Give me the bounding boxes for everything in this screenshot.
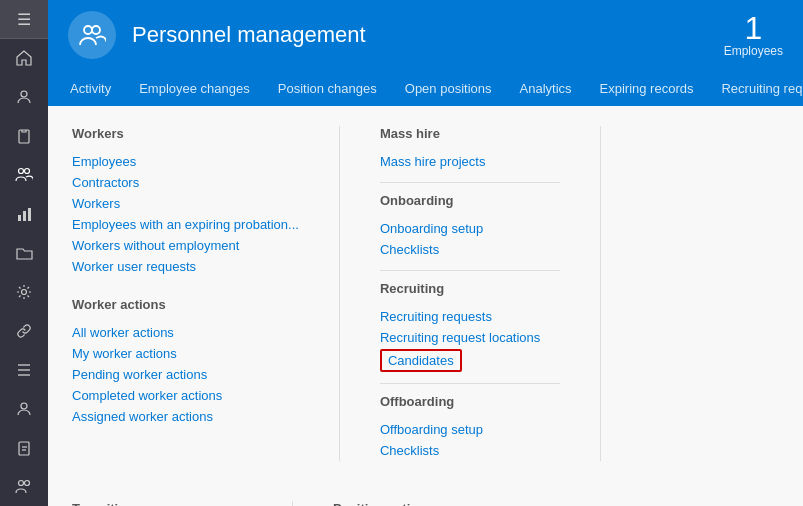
svg-point-17 bbox=[84, 26, 92, 34]
svg-rect-5 bbox=[23, 211, 26, 221]
gear-icon[interactable] bbox=[0, 273, 48, 312]
position-actions-title: Position actions bbox=[333, 501, 513, 506]
header-left: Personnel management bbox=[68, 11, 366, 59]
nav-activity[interactable]: Activity bbox=[58, 75, 123, 102]
links-content: Workers Employees Contractors Workers Em… bbox=[48, 106, 803, 506]
svg-point-16 bbox=[25, 480, 30, 485]
link-icon[interactable] bbox=[0, 311, 48, 350]
link-worker-user-requests[interactable]: Worker user requests bbox=[72, 256, 299, 277]
nav-expiring-records[interactable]: Expiring records bbox=[588, 75, 706, 102]
divider-2 bbox=[600, 126, 601, 461]
svg-point-2 bbox=[19, 169, 24, 174]
employee-count-widget: 1 Employees bbox=[724, 12, 783, 58]
module-icon bbox=[68, 11, 116, 59]
link-recruiting-request-locations[interactable]: Recruiting request locations bbox=[380, 327, 560, 348]
offboarding-title: Offboarding bbox=[380, 394, 560, 409]
link-pending-worker-actions[interactable]: Pending worker actions bbox=[72, 364, 299, 385]
user2-icon[interactable] bbox=[0, 389, 48, 428]
home-icon[interactable] bbox=[0, 39, 48, 78]
link-completed-worker-actions[interactable]: Completed worker actions bbox=[72, 385, 299, 406]
svg-rect-12 bbox=[19, 442, 29, 455]
link-onboarding-checklists[interactable]: Checklists bbox=[380, 239, 560, 260]
svg-rect-4 bbox=[18, 215, 21, 221]
divider-onboarding bbox=[380, 270, 560, 271]
svg-point-0 bbox=[21, 91, 27, 97]
nav-employee-changes[interactable]: Employee changes bbox=[127, 75, 262, 102]
list-icon[interactable] bbox=[0, 350, 48, 389]
svg-point-11 bbox=[21, 403, 27, 409]
link-onboarding-setup[interactable]: Onboarding setup bbox=[380, 218, 560, 239]
link-all-worker-actions[interactable]: All worker actions bbox=[72, 322, 299, 343]
nav-recruiting-requests[interactable]: Recruiting requests bbox=[709, 75, 803, 102]
link-contractors[interactable]: Contractors bbox=[72, 172, 299, 193]
svg-point-3 bbox=[25, 169, 30, 174]
people-icon[interactable] bbox=[0, 156, 48, 195]
link-my-worker-actions[interactable]: My worker actions bbox=[72, 343, 299, 364]
link-workers[interactable]: Workers bbox=[72, 193, 299, 214]
divider-mass-hire bbox=[380, 182, 560, 183]
hiring-column: Mass hire Mass hire projects Onboarding … bbox=[380, 126, 560, 461]
person-icon[interactable] bbox=[0, 78, 48, 117]
divider-3 bbox=[292, 501, 293, 506]
link-workers-no-employment[interactable]: Workers without employment bbox=[72, 235, 299, 256]
clipboard-icon[interactable] bbox=[0, 117, 48, 156]
svg-rect-6 bbox=[28, 208, 31, 221]
link-offboarding-setup[interactable]: Offboarding setup bbox=[380, 419, 560, 440]
link-candidates[interactable]: Candidates bbox=[380, 349, 462, 372]
position-actions-column: Position actions All position actions My… bbox=[333, 501, 513, 506]
nav-analytics[interactable]: Analytics bbox=[508, 75, 584, 102]
link-assigned-worker-actions[interactable]: Assigned worker actions bbox=[72, 406, 299, 427]
link-offboarding-checklists[interactable]: Checklists bbox=[380, 440, 560, 461]
clipboard2-icon[interactable] bbox=[0, 428, 48, 467]
onboarding-title: Onboarding bbox=[380, 193, 560, 208]
svg-point-15 bbox=[19, 480, 24, 485]
main-content: Personnel management 1 Employees Activit… bbox=[48, 0, 803, 506]
workers-section-title: Workers bbox=[72, 126, 299, 141]
svg-point-18 bbox=[92, 26, 100, 34]
nav-position-changes[interactable]: Position changes bbox=[266, 75, 389, 102]
links-grid: Workers Employees Contractors Workers Em… bbox=[72, 126, 779, 506]
people2-icon[interactable] bbox=[0, 467, 48, 506]
workers-column: Workers Employees Contractors Workers Em… bbox=[72, 126, 299, 461]
page-header: Personnel management 1 Employees bbox=[48, 0, 803, 70]
link-employees-expiring[interactable]: Employees with an expiring probation... bbox=[72, 214, 299, 235]
transitions-title: Transitions bbox=[72, 501, 252, 506]
nav-open-positions[interactable]: Open positions bbox=[393, 75, 504, 102]
transitions-column: Transitions Transitions setup Checklists… bbox=[72, 501, 252, 506]
folder-icon[interactable] bbox=[0, 234, 48, 273]
svg-point-7 bbox=[22, 290, 27, 295]
sidebar: ☰ bbox=[0, 0, 48, 506]
link-recruiting-requests[interactable]: Recruiting requests bbox=[380, 306, 560, 327]
employee-count: 1 bbox=[724, 12, 783, 44]
link-employees[interactable]: Employees bbox=[72, 151, 299, 172]
link-mass-hire-projects[interactable]: Mass hire projects bbox=[380, 151, 560, 172]
divider-recruiting bbox=[380, 383, 560, 384]
page-title: Personnel management bbox=[132, 22, 366, 48]
divider-1 bbox=[339, 126, 340, 461]
hamburger-menu-icon[interactable]: ☰ bbox=[0, 0, 48, 39]
employee-count-label: Employees bbox=[724, 44, 783, 58]
worker-actions-title: Worker actions bbox=[72, 297, 299, 312]
chart-icon[interactable] bbox=[0, 195, 48, 234]
mass-hire-title: Mass hire bbox=[380, 126, 560, 141]
navigation-bar: Activity Employee changes Position chang… bbox=[48, 70, 803, 106]
recruiting-title: Recruiting bbox=[380, 281, 560, 296]
